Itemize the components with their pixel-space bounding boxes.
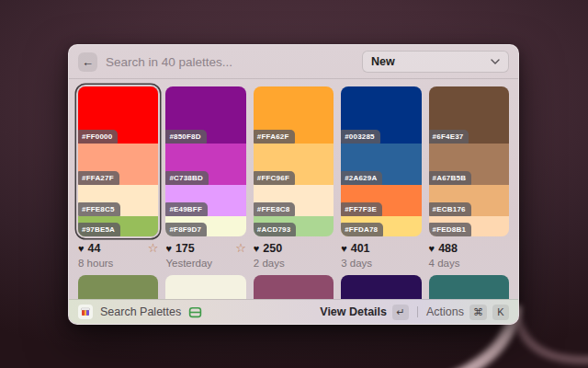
hex-code-label: #FFE8C8 xyxy=(254,202,296,216)
grid-view-icon xyxy=(188,305,202,319)
star-icon[interactable]: ☆ xyxy=(235,243,246,254)
hex-code-label: #FFE8C5 xyxy=(78,202,120,216)
palette-item[interactable]: #6F4E37#A67B5B#ECB176#FED8B1 ♥ 488 ☆ 4 d… xyxy=(429,86,509,269)
footer-divider xyxy=(417,306,418,317)
back-button[interactable]: ← xyxy=(78,52,97,72)
hex-code-label: #FFC96F xyxy=(254,171,295,185)
hex-code-label: #ACD793 xyxy=(254,223,297,236)
extension-logo-icon xyxy=(78,305,93,319)
palette-meta: ♥ 401 ☆ 3 days xyxy=(341,242,421,269)
color-swatch[interactable]: #FFE8C8 xyxy=(254,185,334,216)
hex-code-label: #003285 xyxy=(341,130,380,144)
hex-code-label: #6F4E37 xyxy=(429,130,469,144)
palette-meta: ♥ 44 ☆ 8 hours xyxy=(78,242,158,269)
likes-count: 44 xyxy=(88,242,101,255)
palette-app-window: ← New #FF0000#FFA27F#FFE8C5#97BE5A ♥ 44 … xyxy=(68,44,519,325)
palette-item[interactable]: #850F8D#C738BD#E49BFF#F8F9D7 ♥ 175 ☆ Yes… xyxy=(165,86,245,269)
palette-meta: ♥ 488 ☆ 4 days xyxy=(429,242,509,269)
color-swatch[interactable]: #ACD793 xyxy=(254,216,334,236)
hex-code-label: #FF7F3E xyxy=(341,202,382,216)
color-swatch[interactable]: #6F4E37 xyxy=(429,86,509,144)
chevron-down-icon xyxy=(491,59,500,64)
hex-code-label: #E49BFF xyxy=(165,202,208,216)
color-swatch[interactable]: #F8F9D7 xyxy=(165,216,245,236)
hex-code-label: #FED8B1 xyxy=(429,223,472,236)
hex-code-label: #FFDA78 xyxy=(341,223,383,236)
desktop-background: { "header": { "back_label": "←", "search… xyxy=(0,0,588,368)
palette-item[interactable]: #FFA62F#FFC96F#FFE8C8#ACD793 ♥ 250 ☆ 2 d… xyxy=(254,86,334,269)
command-title: Search Palettes xyxy=(100,305,181,318)
palette-card[interactable]: #003285#2A629A#FF7F3E#FFDA78 xyxy=(341,86,421,236)
k-key-icon: K xyxy=(492,305,509,320)
filter-dropdown-value: New xyxy=(371,55,491,68)
hex-code-label: #C738BD xyxy=(165,171,209,185)
hex-code-label: #FFA27F xyxy=(78,171,119,185)
likes-count: 488 xyxy=(438,242,458,255)
heart-icon: ♥ xyxy=(78,243,85,254)
swatch-stack: #6F4E37#A67B5B#ECB176#FED8B1 xyxy=(429,86,509,236)
view-details-button[interactable]: View Details xyxy=(320,305,387,318)
timestamp: 3 days xyxy=(341,258,421,269)
timestamp: 8 hours xyxy=(78,258,158,269)
hex-code-label: #FF0000 xyxy=(78,130,118,144)
color-swatch[interactable]: #C738BD xyxy=(165,144,245,185)
color-swatch[interactable]: #FFE8C5 xyxy=(78,185,158,216)
timestamp: 2 days xyxy=(254,258,334,269)
swatch-stack: #FFA62F#FFC96F#FFE8C8#ACD793 xyxy=(254,86,334,236)
enter-key-icon: ↵ xyxy=(392,305,409,320)
actions-button[interactable]: Actions xyxy=(426,305,464,318)
palette-card[interactable]: #FF0000#FFA27F#FFE8C5#97BE5A xyxy=(78,86,158,236)
palette-card[interactable]: #FFA62F#FFC96F#FFE8C8#ACD793 xyxy=(254,86,334,236)
color-swatch[interactable]: #FED8B1 xyxy=(429,216,509,236)
header: ← New xyxy=(69,45,518,79)
palette-meta: ♥ 175 ☆ Yesterday xyxy=(165,242,245,269)
timestamp: Yesterday xyxy=(165,258,245,269)
color-swatch[interactable]: #97BE5A xyxy=(78,216,158,236)
heart-icon: ♥ xyxy=(429,243,435,254)
color-swatch[interactable]: #2A629A xyxy=(341,144,421,185)
color-swatch[interactable]: #FFA27F xyxy=(78,144,158,185)
hex-code-label: #97BE5A xyxy=(78,223,120,236)
palette-meta: ♥ 250 ☆ 2 days xyxy=(254,242,334,269)
likes-count: 175 xyxy=(175,242,195,255)
likes-count: 250 xyxy=(263,242,282,255)
swatch-stack: #850F8D#C738BD#E49BFF#F8F9D7 xyxy=(165,86,245,236)
hex-code-label: #850F8D xyxy=(165,130,206,144)
color-swatch[interactable]: #FF0000 xyxy=(78,86,158,144)
palette-item[interactable]: #003285#2A629A#FF7F3E#FFDA78 ♥ 401 ☆ 3 d… xyxy=(341,86,421,269)
hex-code-label: #2A629A xyxy=(341,171,382,185)
color-swatch[interactable]: #FFC96F xyxy=(254,144,334,185)
color-swatch[interactable]: #ECB176 xyxy=(429,185,509,216)
color-swatch[interactable]: #E49BFF xyxy=(165,185,245,216)
hex-code-label: #F8F9D7 xyxy=(165,223,207,236)
swatch-stack: #FF0000#FFA27F#FFE8C5#97BE5A xyxy=(78,86,158,236)
color-swatch[interactable]: #FF7F3E xyxy=(341,185,421,216)
content-area: #FF0000#FFA27F#FFE8C5#97BE5A ♥ 44 ☆ 8 ho… xyxy=(69,79,518,305)
heart-icon: ♥ xyxy=(165,243,172,254)
footer-bar: Search Palettes View Details ↵ Actions ⌘… xyxy=(69,299,518,324)
heart-icon: ♥ xyxy=(254,243,260,254)
likes-count: 401 xyxy=(351,242,370,255)
palette-card[interactable]: #6F4E37#A67B5B#ECB176#FED8B1 xyxy=(429,86,509,236)
heart-icon: ♥ xyxy=(341,243,347,254)
palette-card[interactable]: #850F8D#C738BD#E49BFF#F8F9D7 xyxy=(165,86,245,236)
palette-grid: #FF0000#FFA27F#FFE8C5#97BE5A ♥ 44 ☆ 8 ho… xyxy=(78,86,509,269)
star-icon[interactable]: ☆ xyxy=(148,243,159,254)
hex-code-label: #FFA62F xyxy=(254,130,295,144)
color-swatch[interactable]: #A67B5B xyxy=(429,144,509,185)
color-swatch[interactable]: #FFA62F xyxy=(254,86,334,144)
search-input[interactable] xyxy=(106,55,362,69)
color-swatch[interactable]: #850F8D xyxy=(165,86,245,144)
hex-code-label: #A67B5B xyxy=(429,171,472,185)
color-swatch[interactable]: #FFDA78 xyxy=(341,216,421,236)
palette-item[interactable]: #FF0000#FFA27F#FFE8C5#97BE5A ♥ 44 ☆ 8 ho… xyxy=(78,86,158,269)
hex-code-label: #ECB176 xyxy=(429,202,471,216)
cmd-key-icon: ⌘ xyxy=(469,305,487,320)
timestamp: 4 days xyxy=(429,258,509,269)
filter-dropdown[interactable]: New xyxy=(362,51,509,73)
color-swatch[interactable]: #003285 xyxy=(341,86,421,144)
swatch-stack: #003285#2A629A#FF7F3E#FFDA78 xyxy=(341,86,421,236)
back-arrow-icon: ← xyxy=(82,55,94,69)
